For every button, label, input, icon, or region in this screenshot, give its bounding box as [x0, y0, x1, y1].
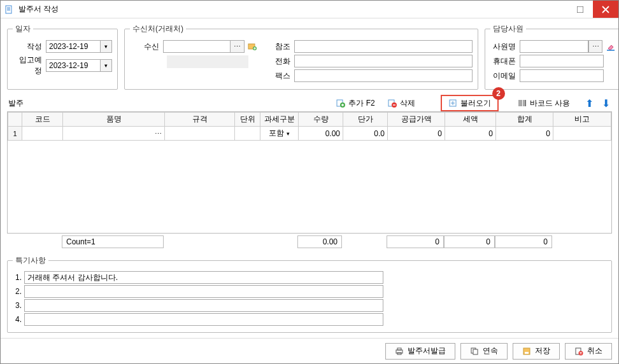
maximize-button[interactable] [567, 1, 593, 18]
summary-row: Count=1 0.00 0 0 0 [7, 234, 612, 250]
staff-lookup-button[interactable]: ⋯ [588, 40, 602, 53]
due-date-label: 입고예정 [13, 55, 46, 76]
grid-header-price[interactable]: 단가 [343, 113, 388, 127]
recipient-fieldset: 수신처(거래처) 수신 ⋯ [124, 24, 478, 90]
load-button-label: 불러오기 [460, 98, 491, 109]
note4-label: 4. [13, 315, 24, 324]
save-button[interactable]: 저장 [513, 343, 560, 360]
ref-label: 참조 [271, 41, 294, 52]
table-row[interactable]: 1 ⋯ 포함 ▾ 0.00 0.0 0 0 0 [8, 127, 611, 141]
barcode-button[interactable]: 바코드 사용 [511, 95, 576, 111]
row-unit-cell[interactable] [235, 127, 260, 141]
move-up-button[interactable]: ⬆ [583, 97, 595, 109]
load-button[interactable]: 불러오기 [441, 95, 499, 111]
grid-header-code[interactable]: 코드 [22, 113, 63, 127]
recv-lookup-button[interactable]: ⋯ [231, 40, 245, 53]
window-buttons [567, 1, 618, 18]
close-button[interactable] [593, 1, 618, 18]
cancel-icon [574, 347, 583, 356]
row-total-cell[interactable]: 0 [496, 127, 553, 141]
bottom-bar: 발주서발급 연속 저장 취소 [1, 338, 618, 363]
save-button-label: 저장 [535, 346, 550, 356]
load-button-wrap: 불러오기 2 [441, 95, 499, 111]
eraser-icon [606, 42, 615, 51]
staff-mobile-label: 휴대폰 [490, 56, 520, 67]
note2-input[interactable] [24, 285, 383, 298]
row-price-cell[interactable]: 0.0 [343, 127, 388, 141]
print-icon [395, 347, 404, 356]
grid-header-spec[interactable]: 규격 [165, 113, 235, 127]
order-toolbar: 발주 추가 F2 삭제 불러오기 2 바코드 사용 [8, 96, 612, 110]
row-tax-cell[interactable]: 포함 ▾ [260, 127, 299, 141]
staff-name-label: 사원명 [490, 41, 520, 52]
row-qty-cell[interactable]: 0.00 [299, 127, 343, 141]
creation-date-input[interactable] [46, 40, 101, 53]
content: 일자 작성 ▾ 입고예정 ▾ 수신처(거래처) 수신 [1, 18, 618, 338]
row-note-cell[interactable] [553, 127, 611, 141]
grid-header-tax[interactable]: 과세구분 [260, 113, 299, 127]
issue-button[interactable]: 발주서발급 [385, 343, 455, 360]
top-row: 일자 작성 ▾ 입고예정 ▾ 수신처(거래처) 수신 [7, 24, 612, 90]
recipient-legend: 수신처(거래처) [130, 24, 186, 34]
barcode-button-label: 바코드 사용 [530, 98, 570, 109]
staff-legend: 담당사원 [490, 24, 526, 34]
date-legend: 일자 [13, 24, 33, 34]
row-code-cell[interactable] [22, 127, 63, 141]
recv-input[interactable] [163, 40, 231, 53]
grid-header-qty[interactable]: 수량 [299, 113, 343, 127]
fax-input[interactable] [294, 69, 473, 82]
cancel-button[interactable]: 취소 [565, 343, 612, 360]
grid-header-name[interactable]: 품명 [63, 113, 165, 127]
creation-date-label: 작성 [13, 41, 46, 52]
fax-label: 팩스 [271, 71, 294, 81]
ellipsis-icon: ⋯ [592, 43, 599, 51]
summary-vat: 0 [444, 235, 495, 248]
row-spec-cell[interactable] [165, 127, 235, 141]
staff-email-input[interactable] [520, 69, 604, 82]
grid-header-supply[interactable]: 공급가액 [388, 113, 445, 127]
grid-header-sel[interactable] [8, 113, 22, 127]
svg-rect-10 [397, 348, 401, 350]
badge-number: 2 [492, 87, 505, 100]
row-tax-value: 포함 [269, 129, 284, 137]
add-customer-button[interactable] [246, 40, 259, 53]
chevron-down-icon: ▾ [104, 62, 108, 69]
grid-header-unit[interactable]: 단위 [235, 113, 260, 127]
row-supply-cell[interactable]: 0 [388, 127, 445, 141]
move-down-button[interactable]: ⬇ [599, 97, 612, 109]
tel-label: 전화 [271, 56, 294, 67]
grid-header-note[interactable]: 비고 [553, 113, 611, 127]
grid-header-vat[interactable]: 세액 [445, 113, 496, 127]
ellipsis-icon: ⋯ [234, 43, 241, 51]
add-row-button[interactable]: 추가 F2 [330, 95, 381, 111]
eraser-button[interactable] [605, 41, 616, 52]
creation-date-dropdown[interactable]: ▾ [101, 40, 112, 53]
row-name-cell[interactable]: ⋯ [63, 127, 165, 141]
chevron-down-icon: ▾ [104, 43, 108, 50]
row-vat-cell[interactable]: 0 [445, 127, 496, 141]
order-section-label: 발주 [8, 98, 24, 109]
summary-supply: 0 [387, 235, 444, 248]
delete-row-button[interactable]: 삭제 [381, 95, 422, 111]
ref-input[interactable] [294, 40, 473, 53]
arrow-down-icon: ⬇ [602, 97, 610, 109]
svg-rect-1 [577, 6, 583, 13]
due-date-input[interactable] [46, 59, 101, 72]
window: 발주서 작성 일자 작성 ▾ 입고예정 ▾ [0, 0, 619, 364]
note1-input[interactable] [24, 271, 383, 284]
due-date-dropdown[interactable]: ▾ [101, 59, 112, 72]
add-icon [336, 99, 345, 108]
row-index[interactable]: 1 [8, 127, 22, 141]
tel-input[interactable] [294, 55, 473, 67]
continue-button[interactable]: 연속 [460, 343, 508, 360]
svg-rect-13 [473, 349, 478, 354]
note2-label: 2. [13, 287, 24, 296]
note3-input[interactable] [24, 299, 383, 312]
staff-name-input[interactable] [520, 40, 588, 53]
staff-fieldset: 담당사원 사원명 ⋯ 휴대폰 이메일 [485, 24, 618, 90]
ellipsis-icon: ⋯ [155, 130, 162, 137]
staff-mobile-input[interactable] [520, 55, 604, 67]
summary-count: Count=1 [62, 235, 164, 248]
note4-input[interactable] [24, 313, 383, 326]
grid-header-total[interactable]: 합계 [496, 113, 553, 127]
